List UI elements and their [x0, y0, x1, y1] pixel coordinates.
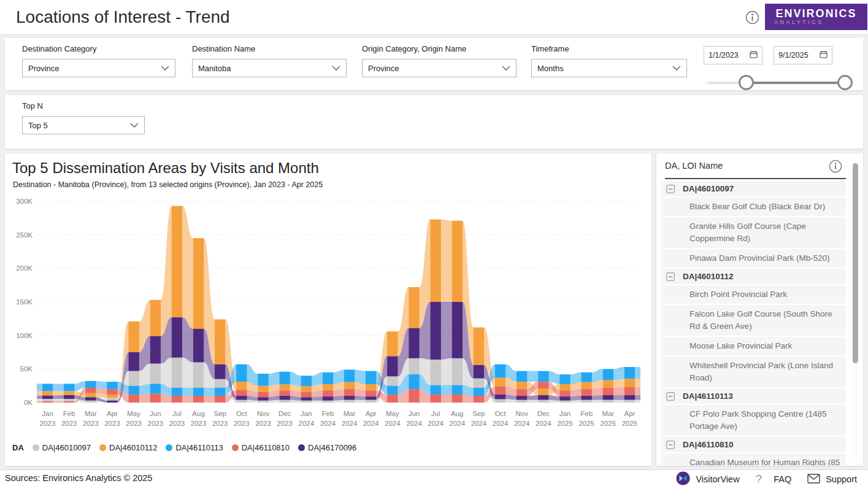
- loi-group-row[interactable]: DA|46010097: [661, 181, 846, 196]
- ribbon-segment[interactable]: [193, 329, 204, 363]
- ribbon-segment[interactable]: [344, 369, 355, 382]
- ribbon-segment[interactable]: [366, 400, 377, 403]
- date-end-input[interactable]: 9/1/2025: [774, 46, 832, 64]
- ribbon-segment[interactable]: [452, 395, 463, 403]
- legend-item[interactable]: DA|46010112: [99, 443, 157, 452]
- ribbon-segment[interactable]: [301, 401, 312, 403]
- ribbon-segment[interactable]: [474, 388, 485, 396]
- loi-item-row[interactable]: Black Bear Golf Club (Black Bear Dr): [661, 198, 846, 216]
- ribbon-chart[interactable]: 0K50K100K150K200K250K300KJan2023Feb2023M…: [9, 193, 647, 438]
- ribbon-segment[interactable]: [452, 358, 463, 385]
- ribbon-segment[interactable]: [323, 396, 334, 401]
- ribbon-segment[interactable]: [128, 371, 139, 386]
- ribbon-segment[interactable]: [128, 352, 139, 371]
- ribbon-segment[interactable]: [42, 401, 53, 403]
- ribbon-segment[interactable]: [64, 395, 75, 399]
- date-start-input[interactable]: 1/1/2023: [704, 46, 762, 64]
- ribbon-segment[interactable]: [107, 398, 118, 400]
- ribbon-segment[interactable]: [172, 317, 183, 358]
- ribbon-segment[interactable]: [366, 384, 377, 390]
- ribbon-segment[interactable]: [301, 386, 312, 392]
- ribbon-segment[interactable]: [517, 371, 528, 382]
- visitorview-link[interactable]: VisitorView: [676, 471, 739, 486]
- support-link[interactable]: Support: [807, 474, 857, 485]
- ribbon-segment[interactable]: [624, 400, 636, 403]
- loi-item-row[interactable]: Canadian Museum for Human Rights (85 Isr…: [661, 453, 846, 466]
- legend-item[interactable]: DA|46110810: [232, 443, 290, 452]
- loi-group-row[interactable]: DA|46110113: [661, 388, 846, 404]
- ribbon-segment[interactable]: [603, 400, 614, 403]
- ribbon-segment[interactable]: [624, 395, 636, 400]
- ribbon-segment[interactable]: [107, 389, 118, 395]
- ribbon-segment[interactable]: [581, 389, 592, 396]
- ribbon-segment[interactable]: [581, 382, 592, 389]
- ribbon-segment[interactable]: [452, 302, 463, 358]
- info-icon[interactable]: [829, 160, 842, 173]
- ribbon-segment[interactable]: [301, 397, 312, 400]
- ribbon-segment[interactable]: [517, 382, 528, 389]
- ribbon-segment[interactable]: [107, 395, 118, 398]
- ribbon-segment[interactable]: [474, 396, 485, 403]
- loi-item-row[interactable]: Granite Hills Golf Course (Cape Coppermi…: [661, 217, 846, 248]
- ribbon-segment[interactable]: [430, 360, 441, 385]
- ribbon-segment[interactable]: [193, 362, 204, 388]
- ribbon-segment[interactable]: [581, 396, 592, 400]
- ribbon-segment[interactable]: [85, 393, 96, 398]
- ribbon-segment[interactable]: [236, 382, 247, 390]
- ribbon-segment[interactable]: [85, 388, 96, 393]
- ribbon-segment[interactable]: [215, 388, 226, 396]
- ribbon-segment[interactable]: [538, 371, 549, 382]
- ribbon-segment[interactable]: [474, 328, 485, 365]
- ribbon-segment[interactable]: [172, 396, 183, 403]
- loi-item-row[interactable]: Moose Lake Provincial Park: [661, 337, 846, 355]
- ribbon-segment[interactable]: [581, 400, 592, 403]
- ribbon-segment[interactable]: [366, 396, 377, 399]
- destination-name-dropdown[interactable]: Manitoba: [192, 59, 347, 77]
- ribbon-segment[interactable]: [128, 322, 139, 352]
- ribbon-segment[interactable]: [538, 382, 549, 388]
- ribbon-segment[interactable]: [409, 328, 420, 358]
- collapse-icon[interactable]: [666, 272, 675, 281]
- ribbon-segment[interactable]: [624, 367, 636, 379]
- ribbon-segment[interactable]: [603, 369, 614, 380]
- ribbon-segment[interactable]: [452, 221, 463, 302]
- ribbon-segment[interactable]: [538, 400, 549, 403]
- ribbon-segment[interactable]: [215, 319, 226, 364]
- ribbon-segment[interactable]: [64, 391, 75, 395]
- slider-handle-start[interactable]: [739, 75, 754, 90]
- ribbon-segment[interactable]: [193, 238, 204, 329]
- ribbon-segment[interactable]: [85, 397, 96, 400]
- ribbon-segment[interactable]: [430, 395, 441, 403]
- loi-group-row[interactable]: DA|46110810: [661, 437, 846, 452]
- ribbon-segment[interactable]: [387, 395, 398, 403]
- ribbon-segment[interactable]: [495, 399, 506, 403]
- ribbon-segment[interactable]: [495, 378, 506, 387]
- ribbon-segment[interactable]: [409, 389, 420, 403]
- ribbon-segment[interactable]: [42, 396, 53, 399]
- ribbon-segment[interactable]: [495, 387, 506, 395]
- ribbon-segment[interactable]: [236, 390, 247, 396]
- ribbon-segment[interactable]: [409, 358, 420, 374]
- loi-item-row[interactable]: Whiteshell Provincial Park (Lone Island …: [661, 357, 846, 387]
- ribbon-segment[interactable]: [236, 400, 247, 403]
- ribbon-segment[interactable]: [258, 392, 269, 398]
- slider-active-range[interactable]: [746, 82, 845, 84]
- ribbon-segment[interactable]: [128, 395, 139, 403]
- ribbon-segment[interactable]: [624, 387, 636, 395]
- ribbon-segment[interactable]: [279, 384, 290, 390]
- ribbon-segment[interactable]: [430, 302, 441, 360]
- ribbon-segment[interactable]: [559, 384, 570, 390]
- ribbon-segment[interactable]: [279, 372, 290, 385]
- ribbon-segment[interactable]: [409, 287, 420, 328]
- ribbon-segment[interactable]: [624, 379, 636, 387]
- slider-handle-end[interactable]: [837, 75, 853, 90]
- ribbon-segment[interactable]: [474, 379, 485, 388]
- ribbon-segment[interactable]: [517, 396, 528, 400]
- ribbon-segment[interactable]: [387, 386, 398, 395]
- ribbon-segment[interactable]: [258, 386, 269, 392]
- ribbon-segment[interactable]: [150, 394, 161, 403]
- origin-dropdown[interactable]: Province: [362, 59, 517, 77]
- ribbon-segment[interactable]: [344, 382, 355, 389]
- ribbon-segment[interactable]: [538, 388, 549, 395]
- loi-item-row[interactable]: Pinawa Dam Provincial Park (Mb-520): [661, 249, 846, 268]
